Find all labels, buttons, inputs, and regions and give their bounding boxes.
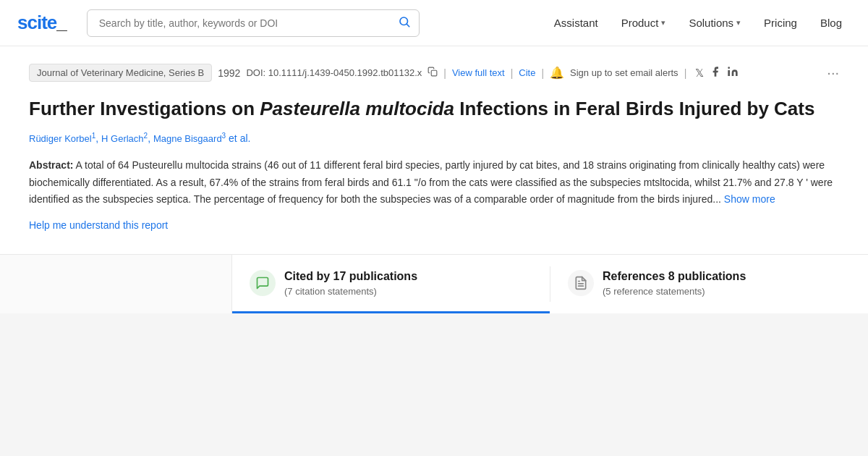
nav-blog[interactable]: Blog	[812, 11, 851, 35]
left-spacer	[0, 255, 231, 313]
nav-assistant[interactable]: Assistant	[545, 11, 607, 35]
doi-text: DOI: 10.1111/j.1439-0450.1992.tb01132.x	[246, 67, 422, 78]
article-content: Journal of Veterinary Medicine, Series B…	[0, 46, 868, 254]
nav-pricing[interactable]: Pricing	[755, 11, 806, 35]
cited-by-text: Cited by 17 publications (7 citation sta…	[284, 269, 417, 297]
navbar: scite_ Assistant Product ▾ Solutions ▾ P…	[0, 0, 868, 46]
nav-links: Assistant Product ▾ Solutions ▾ Pricing …	[545, 11, 851, 35]
authors-line: Rüdiger Korbel1, H Gerlach2, Magne Bisga…	[29, 132, 839, 144]
separator-4: |	[684, 67, 687, 79]
paper-title: Further Investigations on Pasteurella mu…	[29, 96, 839, 122]
tabs-section: Cited by 17 publications (7 citation sta…	[0, 254, 868, 313]
separator-2: |	[511, 67, 514, 79]
author-3-sup: 3	[222, 132, 226, 140]
svg-rect-2	[432, 70, 438, 76]
references-icon	[568, 270, 594, 296]
nav-product[interactable]: Product ▾	[613, 11, 675, 35]
journal-badge: Journal of Veterinary Medicine, Series B	[29, 64, 212, 82]
cite-link[interactable]: Cite	[519, 67, 535, 78]
help-understand-link[interactable]: Help me understand this report	[29, 219, 168, 231]
search-bar	[87, 9, 420, 37]
cited-by-icon	[250, 270, 276, 296]
author-3-link[interactable]: Magne Bisgaard3	[153, 133, 226, 144]
linkedin-icon[interactable]	[727, 66, 739, 80]
search-input[interactable]	[87, 9, 420, 37]
author-2-link[interactable]: H Gerlach2	[101, 133, 148, 144]
references-text: References 8 publications (5 reference s…	[603, 269, 746, 297]
et-al-link[interactable]: et al.	[229, 132, 250, 144]
publication-year: 1992	[218, 67, 240, 79]
meta-bar: Journal of Veterinary Medicine, Series B…	[29, 64, 839, 82]
abstract-text: Abstract: A total of 64 Pusteurellu mult…	[29, 157, 839, 207]
svg-point-3	[728, 67, 731, 69]
facebook-icon[interactable]	[710, 66, 721, 80]
tab-cited-by[interactable]: Cited by 17 publications (7 citation sta…	[232, 255, 550, 313]
social-icons: 𝕏	[695, 66, 739, 80]
copy-doi-icon[interactable]	[427, 67, 438, 79]
tabs-container: Cited by 17 publications (7 citation sta…	[231, 255, 868, 313]
bell-icon[interactable]: 🔔	[550, 66, 564, 80]
more-options-icon[interactable]: ···	[827, 64, 839, 81]
site-logo[interactable]: scite_	[17, 12, 67, 34]
tab-references[interactable]: References 8 publications (5 reference s…	[550, 255, 868, 313]
nav-solutions[interactable]: Solutions ▾	[680, 11, 749, 35]
solutions-chevron-icon: ▾	[736, 18, 741, 28]
separator-3: |	[541, 67, 544, 79]
alert-text: Sign up to set email alerts	[570, 67, 678, 78]
product-chevron-icon: ▾	[661, 18, 665, 28]
view-full-text-link[interactable]: View full text	[452, 67, 505, 78]
separator-1: |	[443, 67, 446, 79]
twitter-icon[interactable]: 𝕏	[695, 67, 704, 80]
show-more-link[interactable]: Show more	[724, 193, 775, 205]
author-1-link[interactable]: Rüdiger Korbel1	[29, 133, 95, 144]
